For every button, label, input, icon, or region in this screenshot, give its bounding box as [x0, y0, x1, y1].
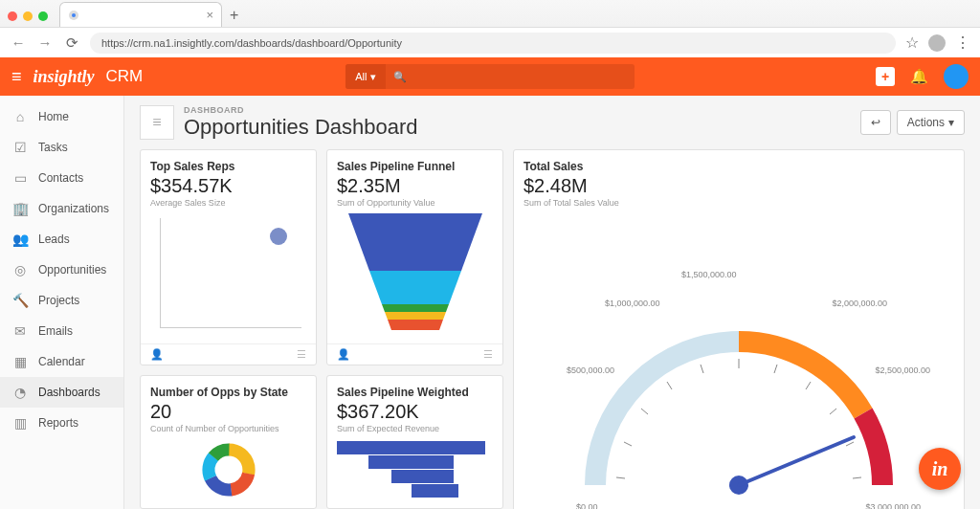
sidebar-item-reports[interactable]: ▥Reports [0, 408, 123, 438]
address-bar[interactable]: https://crm.na1.insightly.com/dashboards… [90, 33, 896, 54]
help-fab[interactable]: in [919, 448, 961, 490]
close-window-icon[interactable] [8, 11, 17, 21]
gauge-tick: $0.00 [576, 502, 598, 509]
sidebar-item-dashboards[interactable]: ◔Dashboards [0, 377, 123, 408]
dashboard-grid: Top Sales Reps $354.57K Average Sales Si… [140, 149, 965, 509]
maximize-window-icon[interactable] [38, 11, 48, 21]
search-icon: 🔍 [393, 71, 407, 83]
browser-tab[interactable]: × [59, 2, 222, 27]
svg-point-1 [72, 13, 76, 17]
sidebar-item-calendar[interactable]: ▦Calendar [0, 346, 123, 377]
header-right: + 🔔 [876, 64, 969, 89]
card-top-sales-reps[interactable]: Top Sales Reps $354.57K Average Sales Si… [140, 149, 317, 365]
sidebar-item-leads[interactable]: 👥Leads [0, 224, 123, 254]
card-sales-pipeline-funnel[interactable]: Sales Pipeline Funnel $2.35M Sum of Oppo… [326, 149, 503, 365]
people-icon: 👥 [11, 232, 29, 247]
svg-line-21 [846, 442, 854, 446]
sidebar: ⌂Home ☑Tasks ▭Contacts 🏢Organizations 👥L… [0, 96, 124, 509]
sidebar-item-contacts[interactable]: ▭Contacts [0, 163, 123, 193]
svg-line-16 [624, 442, 632, 446]
card-pipeline-weighted[interactable]: Sales Pipeline Weighted $367.20K Sum of … [326, 375, 503, 509]
search-filter-label: All [355, 71, 367, 82]
list-icon[interactable]: ☰ [297, 348, 306, 361]
user-avatar[interactable] [944, 64, 969, 89]
page-header: ≡ DASHBOARD Opportunities Dashboard ↩ Ac… [140, 105, 965, 140]
browser-chrome: × + ← → ⟳ https://crm.na1.insightly.com/… [0, 0, 980, 57]
notifications-icon[interactable]: 🔔 [910, 68, 928, 85]
search-filter-dropdown[interactable]: All ▾ [345, 64, 385, 89]
scatter-chart [150, 213, 306, 338]
main-content: ≡ DASHBOARD Opportunities Dashboard ↩ Ac… [124, 96, 980, 509]
id-card-icon: ▭ [11, 170, 29, 186]
bookmark-icon[interactable]: ☆ [905, 33, 919, 52]
gauge-tick: $2,500,000.00 [875, 365, 930, 375]
svg-line-14 [667, 382, 672, 389]
card-title: Sales Pipeline Weighted [337, 386, 493, 399]
sidebar-item-tasks[interactable]: ☑Tasks [0, 132, 123, 163]
forward-button[interactable]: → [36, 34, 54, 51]
card-title: Sales Pipeline Funnel [337, 160, 493, 173]
back-page-button[interactable]: ↩ [860, 110, 891, 135]
chart-icon: ▥ [11, 415, 29, 431]
add-button[interactable]: + [876, 67, 895, 86]
page-title: Opportunities Dashboard [184, 115, 418, 140]
back-button[interactable]: ← [10, 34, 27, 51]
sidebar-item-label: Projects [38, 294, 79, 307]
breadcrumb: DASHBOARD [184, 105, 418, 115]
app-name: CRM [106, 67, 144, 86]
data-point [270, 228, 287, 245]
url-text: https://crm.na1.insightly.com/dashboards… [101, 37, 402, 49]
sidebar-item-label: Reports [38, 416, 78, 430]
gauge-tick: $2,000,000.00 [832, 299, 887, 308]
menu-icon[interactable]: ⋮ [955, 33, 970, 52]
card-total-sales[interactable]: Total Sales $2.48M Sum of Total Sales Va… [513, 149, 965, 509]
actions-dropdown[interactable]: Actions▾ [897, 110, 965, 135]
chevron-down-icon: ▾ [370, 71, 376, 83]
profile-icon[interactable] [928, 34, 946, 52]
svg-line-19 [806, 382, 811, 389]
search-input[interactable]: 🔍 [386, 64, 635, 89]
back-arrow-icon: ↩ [871, 116, 880, 129]
card-subtitle: Average Sales Size [150, 198, 306, 208]
svg-marker-3 [369, 271, 461, 304]
sidebar-item-projects[interactable]: 🔨Projects [0, 285, 123, 316]
menu-toggle-icon[interactable]: ≡ [11, 67, 22, 87]
hammer-icon: 🔨 [11, 293, 29, 308]
sidebar-item-opportunities[interactable]: ◎Opportunities [0, 254, 123, 285]
svg-line-18 [774, 365, 777, 373]
card-title: Top Sales Reps [150, 160, 306, 173]
calendar-icon: ▦ [11, 354, 29, 369]
logo[interactable]: insightly [33, 67, 95, 87]
sidebar-item-emails[interactable]: ✉Emails [0, 316, 123, 346]
envelope-icon: ✉ [11, 323, 29, 339]
svg-line-24 [739, 437, 854, 485]
list-icon[interactable]: ☰ [483, 348, 493, 361]
reload-button[interactable]: ⟳ [63, 34, 80, 52]
user-icon[interactable]: 👤 [150, 348, 164, 361]
sidebar-item-label: Opportunities [38, 263, 106, 277]
sidebar-item-label: Home [38, 110, 69, 123]
sidebar-item-home[interactable]: ⌂Home [0, 101, 123, 132]
card-value: 20 [150, 401, 306, 423]
card-subtitle: Sum of Expected Revenue [337, 424, 493, 433]
card-title: Total Sales [523, 160, 954, 173]
card-opps-by-state[interactable]: Number of Opps by State 20 Count of Numb… [140, 375, 317, 509]
gauge-tick: $1,000,000.00 [605, 299, 660, 308]
close-tab-icon[interactable]: × [206, 8, 213, 22]
sidebar-item-label: Calendar [38, 355, 85, 368]
sidebar-item-organizations[interactable]: 🏢Organizations [0, 193, 123, 224]
svg-line-17 [616, 477, 625, 478]
svg-marker-2 [348, 213, 482, 271]
minimize-window-icon[interactable] [23, 11, 33, 21]
sidebar-item-label: Leads [38, 232, 70, 246]
user-icon[interactable]: 👤 [337, 348, 350, 361]
card-value: $367.20K [337, 401, 493, 423]
window-controls[interactable] [8, 11, 48, 21]
target-icon: ◎ [11, 262, 29, 277]
card-subtitle: Sum of Total Sales Value [523, 198, 954, 208]
new-tab-button[interactable]: + [230, 7, 238, 24]
step-chart [337, 441, 493, 498]
funnel-chart [337, 213, 493, 338]
svg-marker-6 [388, 320, 443, 330]
chrome-icon [68, 10, 79, 21]
